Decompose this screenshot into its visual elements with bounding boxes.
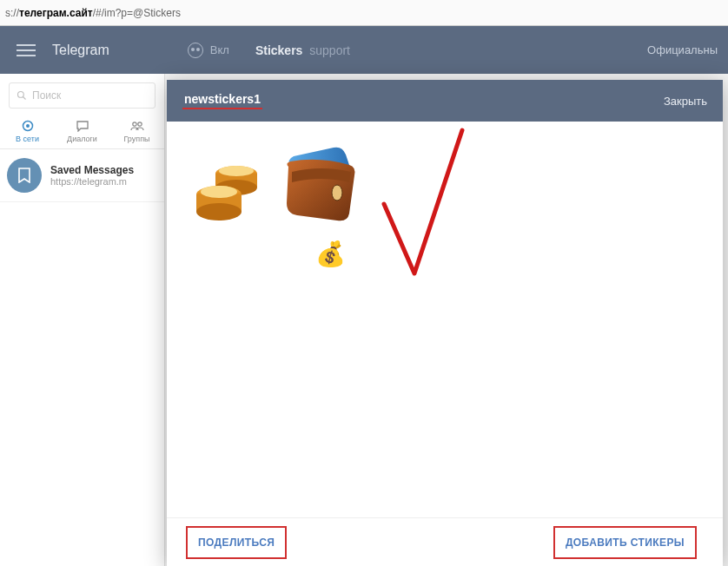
svg-point-5 — [137, 122, 141, 126]
conversation-title: Saved Messages — [50, 164, 134, 176]
tab-label: Группы — [109, 135, 164, 143]
search-input[interactable]: Поиск — [9, 82, 156, 109]
share-button[interactable]: ПОДЕЛИТЬСЯ — [186, 526, 287, 559]
target-icon — [0, 119, 55, 133]
search-icon — [17, 90, 27, 101]
brand-label: Telegram — [52, 43, 109, 58]
svg-point-4 — [132, 122, 136, 126]
svg-point-0 — [18, 92, 24, 98]
tab-dialogs[interactable]: Диалоги — [55, 114, 109, 148]
conversation-subtitle: https://telegram.m — [50, 176, 134, 187]
sticker-pack-name: newstickers1 — [182, 92, 262, 109]
moneybag-icon: 💰 — [315, 240, 346, 268]
svg-point-13 — [201, 186, 237, 198]
official-link[interactable]: Официальны — [647, 43, 718, 56]
app-topbar: Telegram Вкл Stickers support Официальны — [0, 26, 728, 74]
incognito-label: Вкл — [210, 43, 229, 56]
sticker-wallet[interactable] — [278, 142, 361, 226]
hamburger-menu-button[interactable] — [0, 44, 52, 56]
app-window: Telegram Вкл Stickers support Официальны… — [0, 26, 728, 566]
coins-icon — [188, 142, 271, 226]
svg-point-3 — [26, 124, 30, 128]
tab-groups[interactable]: Группы — [109, 114, 164, 148]
browser-address-bar[interactable]: s://телеграм.сайт/#/im?p=@Stickers — [0, 0, 728, 26]
sidebar-tabs: В сети Диалоги Группы — [0, 114, 164, 149]
conversation-text: Saved Messages https://telegram.m — [50, 164, 134, 187]
chat-title: Stickers support — [255, 43, 350, 57]
sticker-pack-modal: newstickers1 Закрыть — [167, 80, 723, 566]
hamburger-line-icon — [17, 55, 36, 56]
tab-label: В сети — [0, 135, 55, 143]
search-placeholder: Поиск — [32, 89, 61, 102]
sidebar: Поиск В сети Диалоги Группы — [0, 74, 165, 566]
sticker-grid: 💰 — [188, 142, 379, 274]
tab-online[interactable]: В сети — [0, 114, 55, 148]
sticker-moneybag[interactable]: 💰 — [309, 233, 351, 274]
bot-suffix-label: support — [309, 43, 350, 57]
conversation-item[interactable]: Saved Messages https://telegram.m — [0, 149, 164, 202]
modal-body: 💰 — [167, 122, 723, 517]
wallet-icon — [278, 142, 361, 226]
modal-header: newstickers1 Закрыть — [167, 80, 723, 122]
svg-point-9 — [219, 166, 254, 176]
svg-point-12 — [196, 203, 242, 220]
svg-point-14 — [332, 185, 342, 201]
checkmark-annotation-icon — [367, 122, 480, 295]
modal-footer: ПОДЕЛИТЬСЯ ДОБАВИТЬ СТИКЕРЫ — [167, 517, 723, 566]
incognito-icon — [188, 43, 203, 58]
close-button[interactable]: Закрыть — [664, 95, 707, 108]
tab-label: Диалоги — [55, 135, 109, 143]
add-stickers-button[interactable]: ДОБАВИТЬ СТИКЕРЫ — [553, 526, 697, 559]
svg-line-1 — [23, 97, 26, 100]
url-prefix: s:// — [5, 7, 19, 19]
group-icon — [109, 119, 164, 133]
avatar-saved-icon — [7, 158, 42, 193]
url-host: телеграм.сайт — [19, 7, 93, 19]
hamburger-line-icon — [17, 44, 36, 46]
chat-icon — [55, 119, 109, 133]
url-path: /#/im?p=@Stickers — [93, 7, 181, 19]
hamburger-line-icon — [17, 49, 36, 51]
sticker-coins[interactable] — [188, 142, 271, 226]
incognito-toggle[interactable]: Вкл — [188, 43, 229, 58]
bot-name-label: Stickers — [255, 43, 302, 57]
